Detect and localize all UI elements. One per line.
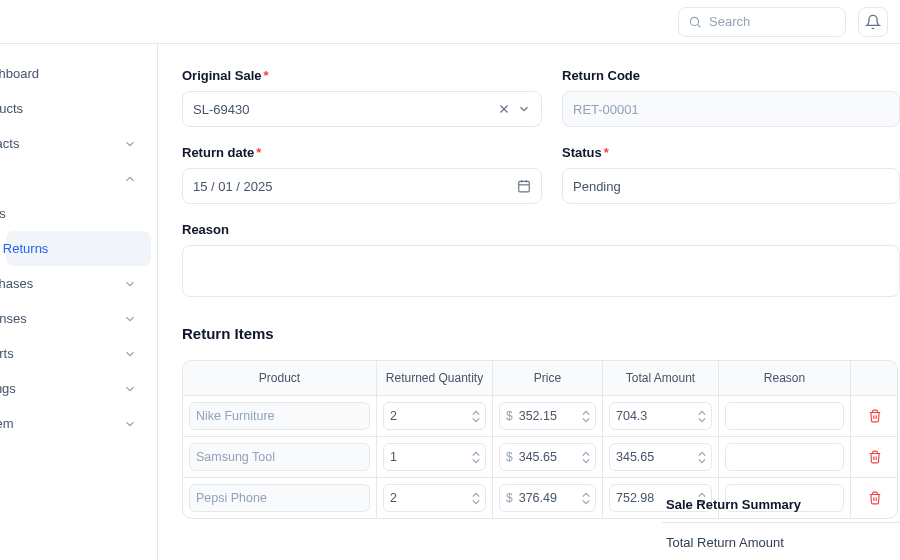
original-sale-field: Original Sale: [182, 68, 542, 127]
return-date-input[interactable]: [182, 168, 542, 204]
sidebar-item-label: enses: [0, 311, 27, 326]
stepper-icon[interactable]: [697, 409, 707, 423]
chevron-down-icon: [123, 347, 137, 361]
table-row: Nike Furniture$: [183, 395, 897, 436]
sidebar-item-label: ducts: [0, 101, 23, 116]
sidebar-item-sales[interactable]: s: [6, 161, 151, 196]
stepper-icon[interactable]: [581, 450, 591, 464]
original-sale-label: Original Sale: [182, 68, 542, 83]
th-total: Total Amount: [603, 361, 719, 395]
total-input[interactable]: [609, 443, 712, 471]
chevron-down-icon: [123, 312, 137, 326]
svg-line-1: [698, 24, 701, 27]
sidebar-item-label: ings: [0, 381, 16, 396]
search-field: [678, 7, 846, 37]
reason-textarea[interactable]: [182, 245, 900, 297]
th-product: Product: [183, 361, 377, 395]
section-title: Return Items: [182, 325, 900, 342]
price-input[interactable]: $: [499, 402, 596, 430]
calendar-icon[interactable]: [517, 179, 531, 193]
topbar: [0, 0, 900, 44]
status-select[interactable]: Pending: [562, 168, 900, 204]
qty-input[interactable]: [383, 443, 486, 471]
qty-input[interactable]: [383, 402, 486, 430]
sidebar-item-label: es: [0, 206, 6, 221]
th-qty: Returned Quantity: [377, 361, 493, 395]
stepper-icon[interactable]: [471, 409, 481, 423]
return-code-label: Return Code: [562, 68, 900, 83]
th-actions: [851, 361, 898, 395]
chevron-up-icon: [123, 172, 137, 186]
return-date-label: Return date: [182, 145, 542, 160]
sidebar-item-settings[interactable]: ings: [6, 371, 151, 406]
price-input[interactable]: $: [499, 484, 596, 512]
qty-input[interactable]: [383, 484, 486, 512]
th-reason: Reason: [719, 361, 851, 395]
sidebar-item-contacts[interactable]: tacts: [6, 126, 151, 161]
stepper-icon[interactable]: [471, 450, 481, 464]
th-price: Price: [493, 361, 603, 395]
return-code-value: RET-00001: [573, 102, 639, 117]
table-row: Samsung Tool$: [183, 436, 897, 477]
search-icon: [688, 15, 702, 29]
sidebar-item-label: tem: [0, 416, 14, 431]
sidebar-item-sale-returns[interactable]: e Returns: [6, 231, 151, 266]
reason-field: Reason: [182, 222, 900, 297]
clear-icon[interactable]: [497, 102, 511, 116]
reason-input[interactable]: [725, 402, 844, 430]
stepper-icon[interactable]: [697, 450, 707, 464]
search-input[interactable]: [678, 7, 846, 37]
status-field: Status Pending: [562, 145, 900, 204]
sidebar-item-label: tacts: [0, 136, 19, 151]
chevron-down-icon[interactable]: [517, 102, 531, 116]
sidebar-item-dashboard[interactable]: shboard: [6, 56, 151, 91]
status-value: Pending: [573, 179, 621, 194]
stepper-icon[interactable]: [471, 491, 481, 505]
sidebar-item-purchases[interactable]: chases: [6, 266, 151, 301]
total-input[interactable]: [609, 402, 712, 430]
sidebar-item-label: orts: [0, 346, 14, 361]
product-cell: Samsung Tool: [189, 443, 370, 471]
notifications-button[interactable]: [858, 7, 888, 37]
return-date-value[interactable]: [193, 179, 517, 194]
chevron-down-icon: [123, 277, 137, 291]
table-header: Product Returned Quantity Price Total Am…: [183, 361, 897, 395]
sidebar-item-sales-sub[interactable]: es: [6, 196, 151, 231]
sidebar: shboard ducts tacts s es e Returns chase…: [0, 44, 158, 560]
sidebar-item-reports[interactable]: orts: [6, 336, 151, 371]
product-cell: Nike Furniture: [189, 402, 370, 430]
return-code-field: Return Code RET-00001: [562, 68, 900, 127]
form: Original Sale Return Code RET-00001 Retu…: [182, 68, 900, 297]
summary-card: Sale Return Summary Total Return Amount: [662, 487, 900, 560]
chevron-down-icon: [123, 137, 137, 151]
bell-icon: [865, 14, 881, 30]
reason-input[interactable]: [725, 443, 844, 471]
original-sale-select[interactable]: [182, 91, 542, 127]
svg-rect-4: [519, 181, 530, 192]
sidebar-item-label: shboard: [0, 66, 39, 81]
price-input[interactable]: $: [499, 443, 596, 471]
return-date-field: Return date: [182, 145, 542, 204]
chevron-down-icon: [123, 417, 137, 431]
original-sale-input[interactable]: [193, 102, 497, 117]
summary-total-label: Total Return Amount: [662, 522, 900, 560]
return-code-input: RET-00001: [562, 91, 900, 127]
main-content: Original Sale Return Code RET-00001 Retu…: [158, 44, 900, 560]
status-label: Status: [562, 145, 900, 160]
stepper-icon[interactable]: [581, 409, 591, 423]
svg-point-0: [690, 17, 698, 25]
sidebar-item-label: chases: [0, 276, 33, 291]
stepper-icon[interactable]: [581, 491, 591, 505]
sidebar-item-system[interactable]: tem: [6, 406, 151, 441]
sidebar-item-expenses[interactable]: enses: [6, 301, 151, 336]
product-cell: Pepsi Phone: [189, 484, 370, 512]
summary-title: Sale Return Summary: [662, 487, 900, 522]
chevron-down-icon: [123, 382, 137, 396]
sidebar-item-products[interactable]: ducts: [6, 91, 151, 126]
reason-label: Reason: [182, 222, 900, 237]
sidebar-item-label: e Returns: [0, 241, 48, 256]
